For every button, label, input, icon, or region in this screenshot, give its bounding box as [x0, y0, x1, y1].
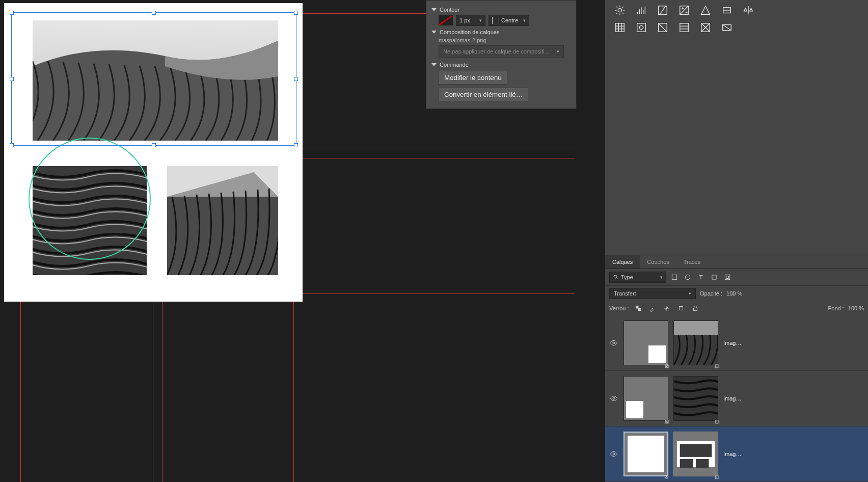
- svg-rect-26: [674, 321, 718, 335]
- align-center-icon: [492, 17, 499, 24]
- convert-linked-button[interactable]: Convertir en élément lié…: [439, 88, 528, 101]
- svg-point-9: [639, 25, 643, 29]
- contour-section-header[interactable]: Contour: [431, 7, 571, 13]
- visibility-toggle[interactable]: [609, 449, 618, 459]
- contour-label: Contour: [440, 7, 459, 13]
- svg-point-27: [613, 397, 615, 399]
- filter-shape-icon[interactable]: [709, 272, 719, 282]
- svg-rect-1: [33, 166, 147, 275]
- filter-pixel-icon[interactable]: [669, 272, 680, 282]
- placed-image-bottom-left[interactable]: [33, 166, 147, 275]
- layer-thumbnail[interactable]: ⊡: [673, 432, 718, 476]
- layer-filter-select[interactable]: Type ▾: [609, 272, 666, 283]
- command-label: Commande: [440, 62, 469, 68]
- vibrance-icon[interactable]: [699, 4, 712, 16]
- chevron-down-icon: [431, 31, 437, 34]
- chevron-down-icon: ▾: [689, 291, 691, 296]
- svg-point-29: [613, 453, 615, 455]
- document[interactable]: [4, 3, 303, 302]
- lock-transparency-icon[interactable]: [633, 303, 643, 313]
- svg-point-24: [613, 342, 615, 344]
- svg-rect-34: [696, 459, 709, 468]
- properties-panel[interactable]: Contour 1 px ▾ Centre ▾ Composition de c…: [426, 0, 577, 109]
- layer-list: ⊠ ⊡ Imag… ⊠: [605, 315, 868, 482]
- svg-rect-32: [680, 444, 712, 457]
- svg-rect-33: [680, 459, 693, 468]
- stroke-color-swatch[interactable]: [439, 15, 453, 25]
- svg-rect-20: [636, 306, 638, 308]
- balance-icon[interactable]: [742, 4, 755, 16]
- chevron-down-icon: [431, 8, 437, 11]
- stroke-align-select[interactable]: Centre ▾: [489, 15, 529, 26]
- color-lookup-icon[interactable]: [677, 21, 691, 34]
- svg-point-14: [614, 275, 617, 278]
- svg-rect-18: [725, 275, 729, 279]
- lock-artboard-icon[interactable]: [676, 303, 686, 313]
- layercomp-select-disabled: Ne pas appliquer de calque de compositi……: [439, 45, 564, 58]
- filter-smart-icon[interactable]: [722, 272, 733, 282]
- exposure-icon[interactable]: [677, 4, 691, 16]
- grid-icon[interactable]: [613, 21, 627, 34]
- svg-rect-19: [726, 276, 729, 279]
- stroke-width-input[interactable]: 1 px ▾: [456, 15, 485, 26]
- invert-icon[interactable]: [699, 21, 712, 34]
- svg-rect-15: [672, 275, 676, 279]
- chevron-down-icon: ▾: [523, 18, 526, 23]
- svg-rect-8: [637, 23, 646, 32]
- lock-paint-icon[interactable]: [647, 303, 658, 313]
- layer-name[interactable]: Imag…: [723, 451, 741, 457]
- command-section-header[interactable]: Commande: [431, 62, 571, 68]
- svg-rect-22: [679, 307, 683, 310]
- curves-icon[interactable]: [656, 4, 669, 16]
- filter-type-icon[interactable]: [696, 272, 706, 282]
- channel-mixer-icon[interactable]: [656, 21, 669, 34]
- layercomp-section-header[interactable]: Composition de calques: [431, 29, 571, 35]
- fill-label: Fond :: [828, 305, 844, 311]
- placed-image-top[interactable]: [33, 20, 278, 141]
- right-sidebar: Calques Couches Tracés Type ▾ Transfert …: [605, 0, 868, 482]
- hue-icon[interactable]: [720, 4, 734, 16]
- opacity-value[interactable]: 100 %: [726, 290, 742, 297]
- chevron-down-icon: [431, 63, 437, 66]
- svg-point-16: [685, 275, 690, 279]
- layers-panel: Calques Couches Tracés Type ▾ Transfert …: [605, 255, 868, 482]
- svg-point-3: [618, 8, 621, 12]
- mask-thumbnail[interactable]: ⊠: [623, 320, 668, 365]
- layer-name[interactable]: Imag…: [723, 395, 741, 401]
- layer-name[interactable]: Imag…: [723, 340, 741, 346]
- placed-image-bottom-right[interactable]: [167, 166, 278, 275]
- chevron-down-icon: ▾: [660, 275, 663, 280]
- tab-channels[interactable]: Couches: [640, 255, 676, 269]
- svg-rect-17: [712, 275, 716, 279]
- filename-label: maspalomas-2.png: [439, 37, 571, 43]
- tab-paths[interactable]: Tracés: [676, 255, 708, 269]
- layer-row[interactable]: ⊠ ⊡ Imag…: [605, 426, 868, 482]
- brightness-icon[interactable]: [613, 4, 627, 16]
- svg-rect-23: [693, 308, 697, 310]
- layercomp-label: Composition de calques: [440, 29, 499, 35]
- levels-icon[interactable]: [635, 4, 648, 16]
- photo-filter-icon[interactable]: [635, 21, 648, 34]
- panel-tabs: Calques Couches Tracés: [605, 255, 868, 269]
- layer-thumbnail[interactable]: ⊡: [673, 320, 718, 365]
- fill-value[interactable]: 100 %: [848, 305, 864, 311]
- gradient-map-icon[interactable]: [720, 21, 734, 34]
- tab-layers[interactable]: Calques: [605, 255, 640, 269]
- layer-row[interactable]: ⊠ ⊡ Imag…: [605, 371, 868, 426]
- layer-row[interactable]: ⊠ ⊡ Imag…: [605, 315, 868, 371]
- mask-thumbnail[interactable]: ⊠: [623, 432, 668, 476]
- lock-position-icon[interactable]: [662, 303, 672, 313]
- chevron-down-icon: ▾: [557, 49, 559, 54]
- adjustments-toolbar: [605, 0, 868, 38]
- filter-adjust-icon[interactable]: [683, 272, 693, 282]
- svg-rect-7: [616, 23, 625, 32]
- svg-rect-21: [638, 308, 641, 311]
- svg-rect-11: [680, 23, 689, 32]
- blend-mode-select[interactable]: Transfert ▾: [609, 288, 696, 299]
- layer-thumbnail[interactable]: ⊡: [673, 376, 718, 421]
- mask-thumbnail[interactable]: ⊠: [623, 376, 668, 421]
- lock-all-icon[interactable]: [690, 303, 700, 313]
- visibility-toggle[interactable]: [609, 338, 618, 347]
- edit-content-button[interactable]: Modifier le contenu: [439, 71, 507, 85]
- visibility-toggle[interactable]: [609, 394, 618, 403]
